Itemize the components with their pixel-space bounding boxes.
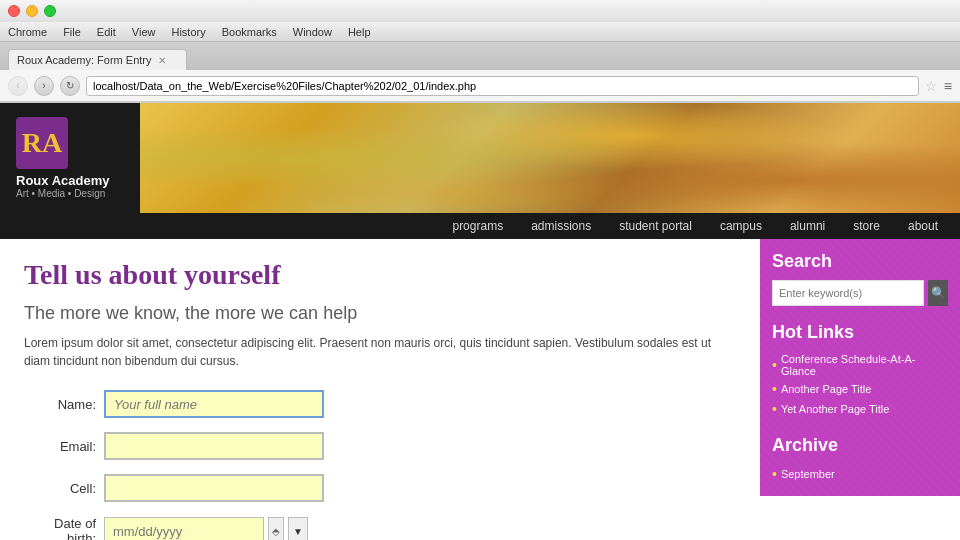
name-input[interactable] [104, 390, 324, 418]
maximize-button[interactable] [44, 5, 56, 17]
chrome-frame: Chrome File Edit View History Bookmarks … [0, 0, 960, 103]
date-input[interactable] [104, 517, 264, 540]
logo-name: Roux Academy [16, 173, 124, 188]
hot-link-item[interactable]: Yet Another Page Title [772, 399, 948, 419]
menu-chrome[interactable]: Chrome [8, 26, 47, 38]
menu-bookmarks[interactable]: Bookmarks [222, 26, 277, 38]
cell-row: Cell: [24, 474, 736, 502]
reload-button[interactable]: ↻ [60, 76, 80, 96]
nav-store[interactable]: store [839, 213, 894, 239]
search-button[interactable]: 🔍 [928, 280, 948, 306]
nav-programs[interactable]: programs [438, 213, 517, 239]
site-header: RA Roux Academy Art • Media • Design pro… [0, 103, 960, 239]
search-box: 🔍 [772, 280, 948, 306]
tab-label: Roux Academy: Form Entry [17, 54, 152, 66]
nav-alumni[interactable]: alumni [776, 213, 839, 239]
logo-initials[interactable]: RA [16, 117, 68, 169]
forward-button[interactable]: › [34, 76, 54, 96]
minimize-button[interactable] [26, 5, 38, 17]
nav-campus[interactable]: campus [706, 213, 776, 239]
menu-file[interactable]: File [63, 26, 81, 38]
email-label: Email: [24, 439, 104, 454]
email-input[interactable] [104, 432, 324, 460]
browser-menu-icon[interactable]: ≡ [944, 78, 952, 94]
menu-history[interactable]: History [171, 26, 205, 38]
hot-link-item[interactable]: Another Page Title [772, 379, 948, 399]
sidebar-wrapper: Search 🔍 Hot Links Conference Schedule-A… [760, 239, 960, 540]
dob-label: Date of birth: [24, 516, 104, 540]
nav-student-portal[interactable]: student portal [605, 213, 706, 239]
close-button[interactable] [8, 5, 20, 17]
menu-bar: Chrome File Edit View History Bookmarks … [0, 22, 960, 42]
active-tab[interactable]: Roux Academy: Form Entry ✕ [8, 49, 187, 70]
date-picker: ⬘ ▼ [104, 517, 308, 540]
hot-links-title: Hot Links [772, 322, 948, 343]
title-bar [0, 0, 960, 22]
address-bar: ‹ › ↻ ☆ ≡ [0, 70, 960, 102]
menu-view[interactable]: View [132, 26, 156, 38]
contact-form: Name: Email: Cell: Date of birth: ⬘ [24, 390, 736, 540]
page-subtitle: The more we know, the more we can help [24, 303, 736, 324]
page-title: Tell us about yourself [24, 259, 736, 291]
body-text: Lorem ipsum dolor sit amet, consectetur … [24, 334, 736, 370]
menu-window[interactable]: Window [293, 26, 332, 38]
date-spinner[interactable]: ⬘ [268, 517, 284, 540]
nav-about[interactable]: about [894, 213, 952, 239]
archive-item[interactable]: September [772, 464, 948, 484]
archive-list: September [772, 464, 948, 484]
sidebar: Search 🔍 Hot Links Conference Schedule-A… [760, 239, 960, 496]
main-layout: Tell us about yourself The more we know,… [0, 239, 960, 540]
name-row: Name: [24, 390, 736, 418]
dob-row: Date of birth: ⬘ ▼ [24, 516, 736, 540]
menu-edit[interactable]: Edit [97, 26, 116, 38]
logo-tagline: Art • Media • Design [16, 188, 124, 199]
menu-help[interactable]: Help [348, 26, 371, 38]
content-area: Tell us about yourself The more we know,… [0, 239, 760, 540]
search-input[interactable] [772, 280, 924, 306]
tab-bar: Roux Academy: Form Entry ✕ [0, 42, 960, 70]
logo-area: RA Roux Academy Art • Media • Design [0, 103, 140, 213]
hot-links-list: Conference Schedule-At-A-Glance Another … [772, 351, 948, 419]
back-button[interactable]: ‹ [8, 76, 28, 96]
name-label: Name: [24, 397, 104, 412]
header-banner [140, 103, 960, 213]
email-row: Email: [24, 432, 736, 460]
header-top: RA Roux Academy Art • Media • Design [0, 103, 960, 213]
date-dropdown-button[interactable]: ▼ [288, 517, 308, 540]
nav-admissions[interactable]: admissions [517, 213, 605, 239]
cell-input[interactable] [104, 474, 324, 502]
search-title: Search [772, 251, 948, 272]
website-content: RA Roux Academy Art • Media • Design pro… [0, 103, 960, 540]
main-nav: programs admissions student portal campu… [0, 213, 960, 239]
lynda-watermark: lynda.com [869, 518, 952, 540]
hot-link-item[interactable]: Conference Schedule-At-A-Glance [772, 351, 948, 379]
url-input[interactable] [86, 76, 919, 96]
tab-close-icon[interactable]: ✕ [158, 55, 166, 66]
bookmark-star-icon[interactable]: ☆ [925, 78, 938, 94]
archive-title: Archive [772, 435, 948, 456]
cell-label: Cell: [24, 481, 104, 496]
